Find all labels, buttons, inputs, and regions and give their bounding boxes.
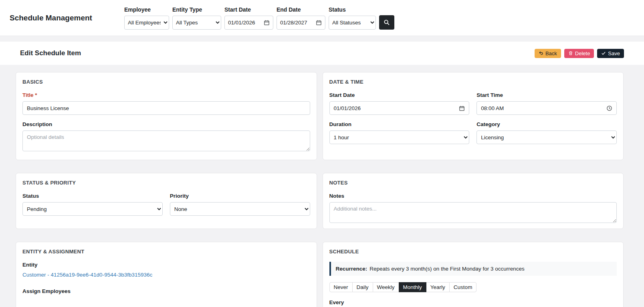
duration-field-group: Duration 1 hour (329, 121, 470, 144)
recurrence-summary: Recurrence: Repeats every 3 month(s) on … (329, 262, 617, 276)
assign-employees-label: Assign Employees (22, 288, 310, 294)
delete-button[interactable]: Delete (564, 49, 594, 58)
status-select[interactable]: Pending (22, 202, 163, 216)
save-button[interactable]: Save (597, 49, 624, 58)
top-header: Schedule Management Employee All Employe… (0, 0, 644, 36)
category-label: Category (476, 121, 617, 127)
start-time-field-group: Start Time 08:00 AM (476, 92, 617, 115)
start-date-input[interactable]: 01/01/2026 (224, 16, 273, 30)
notes-card: NOTES Notes (323, 173, 624, 229)
datetime-card: DATE & TIME Start Date 01/01/2026 Start … (323, 72, 624, 160)
entity-type-label: Entity Type (172, 6, 221, 13)
tab-never[interactable]: Never (329, 282, 353, 292)
tab-custom[interactable]: Custom (449, 282, 477, 292)
start-time-field-label: Start Time (476, 92, 617, 98)
search-button[interactable] (379, 15, 394, 30)
back-button[interactable]: Back (535, 49, 561, 58)
tab-weekly[interactable]: Weekly (373, 282, 399, 292)
filter-start-date: Start Date 01/01/2026 (224, 6, 273, 30)
notes-section-title: NOTES (329, 180, 617, 186)
start-time-field[interactable]: 08:00 AM (476, 101, 617, 115)
start-time-field-value: 08:00 AM (481, 105, 504, 111)
notes-textarea[interactable] (329, 202, 617, 223)
undo-icon (539, 51, 543, 56)
action-buttons: Back Delete Save (535, 49, 624, 58)
filter-status: Status All Statuses (329, 6, 376, 30)
filter-employee: Employee All Employees (124, 6, 169, 30)
tab-monthly[interactable]: Monthly (399, 282, 426, 292)
basics-card: BASICS Title * Description (16, 72, 317, 160)
description-textarea[interactable] (22, 130, 310, 151)
entity-section-title: ENTITY & ASSIGNMENT (22, 249, 310, 255)
page-title-band: Edit Schedule Item Back Delete Save (0, 42, 644, 65)
search-icon (384, 19, 390, 26)
tab-yearly[interactable]: Yearly (426, 282, 450, 292)
employee-label: Employee (124, 6, 169, 13)
schedule-card: SCHEDULE Recurrence: Repeats every 3 mon… (323, 242, 624, 307)
status-field-group: Status Pending (22, 193, 163, 216)
app-title: Schedule Management (10, 14, 92, 22)
end-date-label: End Date (277, 6, 325, 13)
filter-entity-type: Entity Type All Types (172, 6, 221, 30)
title-input[interactable] (22, 101, 310, 115)
entity-type-select[interactable]: All Types (172, 16, 221, 30)
duration-select[interactable]: 1 hour (329, 130, 470, 144)
every-label: Every (329, 299, 617, 305)
start-date-label: Start Date (224, 6, 273, 13)
status-label: Status (22, 193, 163, 199)
check-icon (601, 51, 606, 56)
category-field-group: Category Licensing (476, 121, 617, 144)
start-date-field-group: Start Date 01/01/2026 (329, 92, 470, 115)
status-priority-section-title: STATUS & PRIORITY (22, 180, 310, 186)
page-title: Edit Schedule Item (20, 49, 81, 57)
notes-label: Notes (329, 193, 617, 199)
start-date-field[interactable]: 01/01/2026 (329, 101, 470, 115)
entity-label: Entity (22, 262, 310, 268)
status-filter-select[interactable]: All Statuses (329, 16, 376, 30)
recurrence-text: Repeats every 3 month(s) on the First Mo… (369, 266, 524, 272)
status-filter-label: Status (329, 6, 376, 13)
save-button-label: Save (608, 50, 620, 56)
schedule-section-title: SCHEDULE (329, 249, 617, 255)
content-area: BASICS Title * Description DATE & TIME S… (0, 65, 644, 307)
entity-card: ENTITY & ASSIGNMENT Entity Customer - 41… (16, 242, 317, 307)
status-priority-card: STATUS & PRIORITY Status Pending Priorit… (16, 173, 317, 229)
priority-select[interactable]: None (170, 202, 310, 216)
calendar-icon (459, 105, 465, 111)
title-label: Title * (22, 92, 310, 98)
priority-field-group: Priority None (170, 193, 310, 216)
tab-daily[interactable]: Daily (352, 282, 373, 292)
datetime-section-title: DATE & TIME (329, 79, 617, 85)
basics-section-title: BASICS (22, 79, 310, 85)
trash-icon (568, 51, 573, 56)
entity-link[interactable]: Customer - 41256a19-9ee6-41d0-9544-3b3fb… (22, 272, 152, 278)
duration-label: Duration (329, 121, 470, 127)
category-select[interactable]: Licensing (476, 130, 617, 144)
clock-icon (606, 105, 612, 111)
description-label: Description (22, 121, 310, 127)
filter-bar: Employee All Employees Entity Type All T… (124, 6, 394, 30)
back-button-label: Back (545, 50, 557, 56)
calendar-icon (264, 20, 270, 26)
start-date-field-label: Start Date (329, 92, 470, 98)
calendar-icon (316, 20, 322, 26)
employee-select[interactable]: All Employees (124, 16, 169, 30)
start-date-value: 01/01/2026 (228, 20, 255, 26)
recurrence-tabs: Never Daily Weekly Monthly Yearly Custom (329, 282, 477, 292)
filter-end-date: End Date 01/28/2027 (277, 6, 325, 30)
recurrence-label: Recurrence: (336, 266, 367, 272)
end-date-value: 01/28/2027 (280, 20, 307, 26)
end-date-input[interactable]: 01/28/2027 (277, 16, 325, 30)
start-date-field-value: 01/01/2026 (334, 105, 361, 111)
priority-label: Priority (170, 193, 310, 199)
delete-button-label: Delete (575, 50, 590, 56)
